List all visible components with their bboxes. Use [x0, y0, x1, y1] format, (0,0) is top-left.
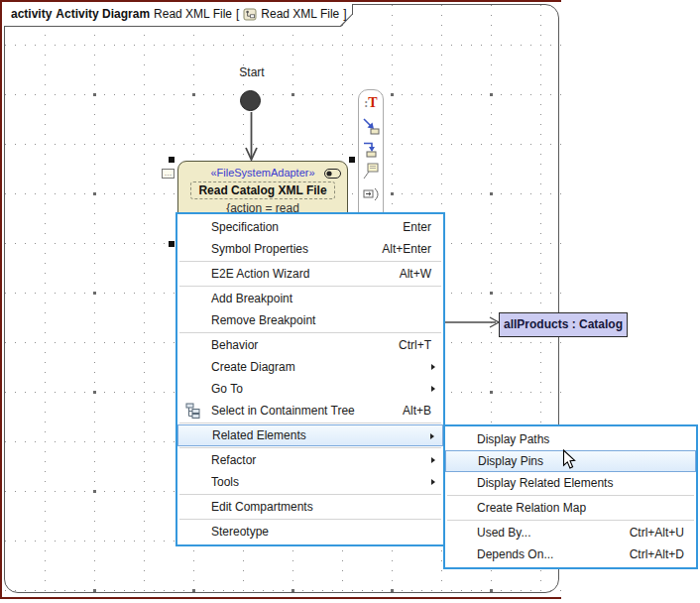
submenu-item-create-relation-map[interactable]: Create Relation Map	[445, 497, 696, 519]
start-label: Start	[222, 65, 282, 79]
submenu-item-label: Used By...	[477, 526, 612, 540]
context-menu-item-label: Tools	[211, 475, 431, 489]
frame-open-bracket: [	[236, 7, 239, 21]
shortcut-label: Ctrl+T	[399, 338, 431, 352]
submenu-item-label: Display Pins	[478, 454, 683, 468]
submenu-arrow-icon	[431, 479, 435, 485]
mouse-cursor	[562, 449, 577, 471]
object-node-allproducts-catalog[interactable]: allProducts : Catalog	[499, 312, 628, 337]
send-signal-icon[interactable]	[362, 185, 380, 203]
frame-close-bracket: ]	[343, 7, 346, 21]
menu-separator	[179, 286, 441, 287]
context-menu-item-label: Remove Breakpoint	[211, 313, 431, 327]
menu-separator	[447, 520, 694, 521]
frame-diagram-ref: Read XML File	[261, 7, 339, 21]
selection-handle-top-right[interactable]	[349, 157, 355, 163]
context-menu-item-behavior[interactable]: BehaviorCtrl+T	[177, 334, 443, 356]
context-menu: SpecificationEnterSymbol PropertiesAlt+E…	[175, 212, 445, 546]
menu-separator	[179, 422, 441, 423]
shortcut-label: Alt+Enter	[382, 242, 431, 256]
context-menu-item-label: E2E Action Wizard	[211, 267, 382, 281]
context-menu-item-label: Edit Compartments	[211, 500, 431, 514]
context-menu-item-label: Related Elements	[212, 428, 430, 442]
action-stereotype: «FileSystemAdapter»	[178, 167, 347, 179]
menu-separator	[447, 495, 694, 496]
diagram-frame-header[interactable]: activity Activity Diagram Read XML File …	[4, 4, 353, 27]
context-menu-item-label: Behavior	[211, 338, 381, 352]
submenu-arrow-icon	[431, 364, 435, 370]
submenu-item-depends-on[interactable]: Depends On...Ctrl+Alt+D	[445, 543, 696, 565]
related-elements-submenu: Display PathsDisplay PinsDisplay Related…	[443, 424, 698, 569]
menu-separator	[179, 519, 441, 520]
context-menu-item-label: Stereotype	[211, 525, 431, 539]
frame-diagram-type: Activity Diagram	[56, 7, 150, 21]
context-menu-item-symbol-properties[interactable]: Symbol PropertiesAlt+Enter	[177, 238, 443, 260]
shortcut-label: Ctrl+Alt+U	[630, 526, 684, 540]
context-menu-item-edit-compartments[interactable]: Edit Compartments	[177, 496, 443, 518]
context-menu-item-label: Create Diagram	[211, 360, 431, 374]
context-menu-item-label: Add Breakpoint	[211, 292, 431, 305]
action-name[interactable]: Read Catalog XML File	[190, 181, 334, 199]
context-menu-item-label: Specification	[211, 220, 385, 234]
activity-diagram-icon	[243, 8, 257, 21]
context-menu-item-select-in-containment-tree[interactable]: Select in Containment TreeAlt+B	[177, 400, 443, 422]
shortcut-label: Enter	[403, 220, 431, 234]
edit-name-icon[interactable]: :T	[362, 94, 380, 112]
submenu-item-display-paths[interactable]: Display Paths	[445, 428, 696, 450]
context-menu-item-label: Refactor	[211, 453, 431, 467]
compartment-toggle-button[interactable]: …	[162, 169, 175, 179]
selection-handle-top-left[interactable]	[169, 157, 175, 163]
submenu-item-used-by[interactable]: Used By...Ctrl+Alt+U	[445, 522, 696, 543]
submenu-item-display-related-elements[interactable]: Display Related Elements	[445, 472, 696, 494]
control-flow-arrow[interactable]	[244, 112, 259, 162]
frame-keyword: activity	[11, 7, 52, 21]
shortcut-label: Alt+W	[400, 267, 431, 281]
submenu-item-label: Create Relation Map	[477, 501, 684, 515]
menu-separator	[179, 447, 441, 448]
diagram-frame-header-text: activity Activity Diagram Read XML File …	[11, 7, 347, 21]
context-menu-item-add-breakpoint[interactable]: Add Breakpoint	[177, 288, 443, 309]
menu-separator	[179, 494, 441, 495]
menu-separator	[179, 332, 441, 333]
submenu-arrow-icon	[430, 433, 434, 439]
shortcut-label: Ctrl+Alt+D	[630, 547, 684, 561]
context-menu-item-tools[interactable]: Tools	[177, 471, 443, 493]
control-flow-icon[interactable]	[362, 117, 380, 135]
object-flow-icon[interactable]	[362, 140, 380, 158]
context-menu-item-e2e-action-wizard[interactable]: E2E Action WizardAlt+W	[177, 263, 443, 285]
shortcut-label: Alt+B	[403, 404, 431, 418]
containment-tree-icon	[185, 403, 201, 419]
frame-diagram-name: Read XML File	[154, 7, 232, 21]
context-menu-item-specification[interactable]: SpecificationEnter	[177, 216, 443, 238]
selection-handle-bottom-left[interactable]	[169, 241, 175, 247]
menu-separator	[179, 261, 441, 262]
initial-node[interactable]	[240, 90, 261, 111]
behavior-indicator-icon	[324, 169, 341, 179]
submenu-item-label: Display Related Elements	[477, 476, 684, 490]
context-menu-item-related-elements[interactable]: Related Elements	[177, 424, 443, 446]
object-flow-arrow[interactable]	[436, 315, 502, 329]
context-menu-item-label: Select in Containment Tree	[211, 404, 385, 418]
context-menu-item-label: Symbol Properties	[211, 242, 364, 256]
submenu-item-label: Depends On...	[477, 547, 612, 561]
submenu-item-label: Display Paths	[477, 432, 684, 446]
context-menu-item-refactor[interactable]: Refactor	[177, 449, 443, 471]
context-menu-item-create-diagram[interactable]: Create Diagram	[177, 356, 443, 378]
submenu-arrow-icon	[431, 457, 435, 463]
context-menu-item-remove-breakpoint[interactable]: Remove Breakpoint	[177, 309, 443, 331]
context-menu-item-go-to[interactable]: Go To	[177, 378, 443, 400]
diagram-canvas[interactable]: activity Activity Diagram Read XML File …	[0, 0, 700, 603]
context-menu-item-stereotype[interactable]: Stereotype	[177, 521, 443, 543]
submenu-arrow-icon	[431, 386, 435, 392]
comment-anchor-icon[interactable]	[362, 163, 380, 181]
context-menu-item-label: Go To	[211, 382, 431, 396]
